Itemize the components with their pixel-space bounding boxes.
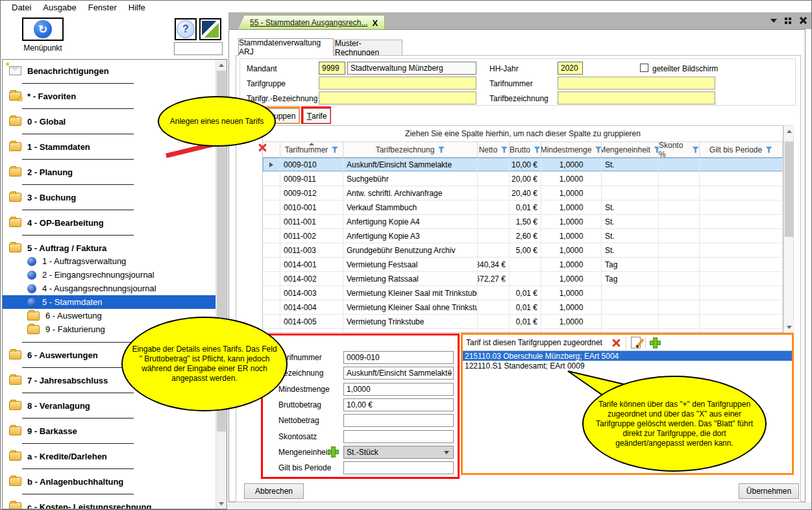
menu-item-datei[interactable]: Datei — [6, 1, 37, 14]
logo-button[interactable] — [199, 18, 221, 40]
menu-item-hilfe[interactable]: Hilfe — [123, 1, 151, 14]
cancel-button[interactable]: Abbrechen — [244, 483, 304, 499]
add-assignment-icon[interactable] — [650, 338, 660, 348]
help-button[interactable]: ? — [175, 18, 197, 40]
tarife-button[interactable]: Tarife — [303, 108, 330, 123]
document-tab-title: 55 - Stammdaten Ausgangsrech... — [250, 18, 367, 27]
table-row[interactable]: 0014-005Vermietung Trinkstube0,01 €1,000… — [263, 315, 783, 329]
detail-field-input[interactable]: Auskunft/Einsicht Sammelakte — [343, 367, 454, 380]
menupunkt-button[interactable]: ↻ — [22, 18, 64, 41]
apply-button[interactable]: Übernehmen — [739, 483, 799, 499]
filter-icon[interactable] — [534, 147, 541, 153]
scroll-down-icon[interactable] — [784, 322, 794, 332]
table-row[interactable]: 0011-002Anfertigung Kopie A32,60 €1,0000… — [263, 229, 783, 243]
document-tab[interactable]: 55 - Stammdaten Ausgangsrech... X — [238, 15, 385, 30]
table-scrollbar[interactable] — [783, 125, 794, 333]
sidebar-item-label: 9 - Barkasse — [27, 426, 77, 436]
column-header[interactable]: Gilt bis Periode — [700, 142, 783, 157]
sidebar-item[interactable]: 1 - Auftragsverwaltung — [3, 254, 216, 268]
filter-icon[interactable] — [595, 147, 602, 153]
detail-field-label: Mengeneinheit — [278, 448, 330, 457]
detail-field-input[interactable]: 10,00 € — [343, 398, 454, 411]
column-header[interactable]: Mindestmenge — [541, 142, 602, 157]
column-header[interactable]: Tarifnummer — [280, 142, 343, 157]
remove-assignment-icon[interactable] — [611, 338, 621, 348]
table-row[interactable]: 0009-011Suchgebühr20,00 €1,0000 — [263, 172, 783, 186]
tarifbezeichnung-field[interactable] — [558, 91, 715, 104]
sidebar-item[interactable]: 5 - Stammdaten — [3, 295, 216, 309]
detail-field-input[interactable] — [343, 414, 454, 427]
scroll-up-icon[interactable] — [784, 126, 794, 136]
scroll-down-icon[interactable] — [216, 498, 227, 509]
sidebar-item[interactable]: 5 - Auftrag / Faktura — [3, 241, 216, 254]
group-by-hint[interactable]: Ziehen Sie eine Spalte hierhin, um nach … — [263, 126, 783, 142]
sidebar-item[interactable]: 9 - Barkasse — [3, 424, 216, 437]
tarifgr-bezeichnung-field[interactable] — [319, 91, 476, 104]
tab-close-icon[interactable]: X — [372, 18, 378, 28]
table-row[interactable]: 0009-012Antw. schriftl. Archivanfrage20,… — [263, 186, 783, 200]
filter-icon[interactable] — [437, 147, 445, 153]
detail-field-label: Bruttobetrag — [278, 400, 321, 409]
table-cell — [659, 258, 700, 271]
chevron-down-icon[interactable] — [444, 451, 449, 454]
table-cell — [659, 286, 700, 300]
spin-down-icon[interactable] — [448, 374, 452, 376]
table-row[interactable]: 0009-010Auskunft/Einsicht Sammelakte10,0… — [263, 158, 783, 172]
sidebar-item[interactable]: 2 - Eingangsrechnungsjournal — [3, 268, 216, 282]
sidebar-item[interactable]: c - Kosten- Leistungsrechnung — [3, 500, 216, 509]
sidebar-item[interactable]: 2 - Planung — [3, 165, 216, 178]
toolbar-search-input[interactable] — [174, 42, 223, 55]
tarifgruppe-field[interactable] — [319, 77, 476, 90]
table-row[interactable]: 0014-002Vermietung Ratssaal672,27 €1,000… — [263, 272, 783, 286]
detail-field-input[interactable]: 0009-010 — [343, 351, 454, 364]
table-row[interactable]: 0011-001Anfertigung Kopie A41,50 €1,0000… — [263, 215, 783, 229]
menu-item-ausgabe[interactable]: Ausgabe — [37, 1, 82, 14]
sidebar-item[interactable]: a - Kredite/Darlehen — [3, 450, 216, 463]
assignment-list-item[interactable]: 122110.S1 Standesamt; EArt 0009 — [463, 361, 792, 370]
column-header[interactable]: Netto — [478, 142, 510, 157]
tab-muster-rechnungen[interactable]: Muster-Rechnungen — [334, 40, 402, 56]
hh-jahr-field[interactable]: 2020 — [558, 62, 583, 75]
table-cell: 0,01 € — [510, 286, 541, 300]
table-row[interactable]: 0014-003Vermietung Kleiner Saal mit Trin… — [263, 286, 783, 300]
table-row[interactable]: 0014-004Vermietung Kleiner Saal ohne Tri… — [263, 300, 783, 315]
detail-field-input[interactable] — [343, 461, 454, 474]
sidebar-item[interactable]: 4 - OP-Bearbeitung — [3, 216, 216, 229]
scroll-up-icon[interactable] — [216, 60, 227, 70]
detail-field-input[interactable] — [343, 430, 454, 443]
filter-icon[interactable] — [654, 147, 659, 153]
edit-tarifgruppe-icon[interactable] — [631, 337, 641, 348]
sidebar-item[interactable]: 4 - Ausgangsrechnungsjournal — [3, 282, 216, 295]
tarifnummer-filter-field[interactable] — [558, 77, 715, 90]
table-row[interactable]: 0010-001Verkauf Stammbuch0,01 €1,0000St. — [263, 200, 783, 215]
menu-item-fenster[interactable]: Fenster — [82, 1, 123, 14]
column-header[interactable]: Tarifbezeichnung — [343, 142, 478, 157]
close-icon[interactable] — [799, 17, 806, 24]
add-mengeneinheit-icon[interactable] — [328, 447, 338, 457]
table-row[interactable]: 0011-003Grundgebühr Benutzung Archiv5,00… — [263, 243, 783, 258]
assignment-list-item[interactable]: 215110.03 Oberschule Münzberg; EArt 5004 — [463, 351, 792, 361]
detail-field-select[interactable]: St.-Stück — [343, 446, 454, 459]
chevron-down-icon[interactable] — [770, 19, 777, 23]
spin-up-icon[interactable] — [448, 369, 452, 372]
delete-tarif-icon[interactable] — [258, 143, 267, 152]
sidebar-item-label: 8 - Veranlagung — [27, 401, 90, 411]
mandant-code-field[interactable]: 9999 — [319, 62, 345, 75]
tab-stammdatenverwaltung-arj[interactable]: Stammdatenverwaltung ARJ — [238, 38, 334, 56]
filter-icon[interactable] — [500, 147, 508, 153]
table-row[interactable]: 0014-001Vermietung Festsaal840,34 €1,000… — [263, 258, 783, 272]
windows-layout-icon[interactable] — [785, 18, 791, 24]
column-header[interactable]: Brutto — [510, 142, 541, 157]
sidebar-item[interactable]: 3 - Buchung — [3, 191, 216, 204]
filter-icon[interactable] — [331, 147, 338, 153]
column-header[interactable]: Mengeneinheit — [602, 142, 659, 157]
filter-icon[interactable] — [692, 147, 699, 153]
sidebar-item[interactable]: Benachrichtigungen — [3, 64, 216, 77]
filter-icon[interactable] — [765, 147, 772, 153]
spinner-control[interactable] — [448, 369, 452, 376]
split-screen-checkbox[interactable] — [640, 64, 648, 72]
detail-field-input[interactable]: 1,0000 — [343, 383, 454, 396]
sidebar-item[interactable]: b - Anlagenbuchhaltung — [3, 475, 216, 488]
scrollbar-thumb[interactable] — [785, 141, 794, 237]
column-header[interactable]: Skonto % — [659, 142, 700, 157]
